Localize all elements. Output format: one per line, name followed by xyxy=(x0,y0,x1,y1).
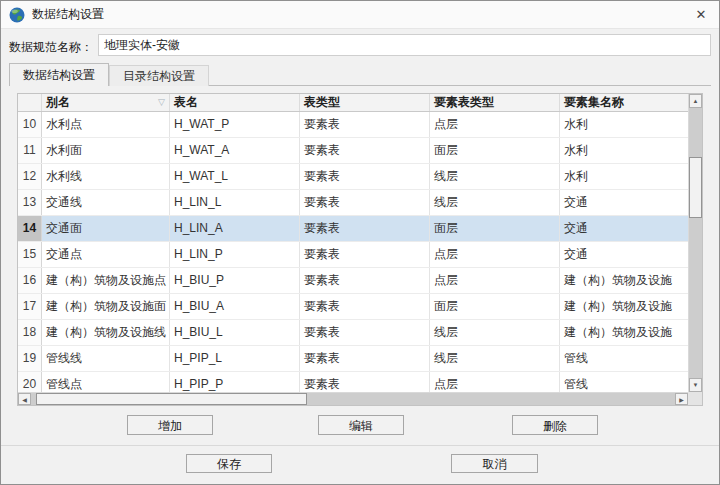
alias-cell[interactable]: 交通线 xyxy=(42,190,170,215)
horizontal-scroll-thumb[interactable] xyxy=(36,393,307,405)
dataset-cell[interactable]: 交通 xyxy=(560,242,688,267)
table-row[interactable]: 11 水利面 H_WAT_A 要素表 面层 水利 xyxy=(18,138,688,164)
table-type-cell[interactable]: 要素表 xyxy=(300,138,430,163)
dataset-cell[interactable]: 水利 xyxy=(560,138,688,163)
table-type-cell[interactable]: 要素表 xyxy=(300,190,430,215)
close-icon[interactable]: ✕ xyxy=(689,5,713,25)
dataset-cell[interactable]: 交通 xyxy=(560,190,688,215)
table-name-cell[interactable]: H_BIU_P xyxy=(170,268,300,293)
table-name-cell[interactable]: H_PIP_L xyxy=(170,346,300,371)
feature-type-cell[interactable]: 线层 xyxy=(430,320,560,345)
table-type-cell[interactable]: 要素表 xyxy=(300,112,430,137)
delete-button[interactable]: 删除 xyxy=(512,415,598,435)
table-row[interactable]: 10 水利点 H_WAT_P 要素表 点层 水利 xyxy=(18,112,688,138)
data-structure-settings-dialog: 数据结构设置 ✕ 数据规范名称： 数据结构设置 目录结构设置 别名 ▽ 表名 表… xyxy=(0,0,720,485)
table-name-cell[interactable]: H_WAT_A xyxy=(170,138,300,163)
alias-cell[interactable]: 水利点 xyxy=(42,112,170,137)
alias-cell[interactable]: 水利线 xyxy=(42,164,170,189)
table-type-cell[interactable]: 要素表 xyxy=(300,294,430,319)
feature-type-cell[interactable]: 点层 xyxy=(430,372,560,392)
table-name-cell[interactable]: H_LIN_L xyxy=(170,190,300,215)
tab-data-structure[interactable]: 数据结构设置 xyxy=(9,63,109,86)
row-number-cell[interactable]: 20 xyxy=(18,372,42,392)
dataset-cell[interactable]: 管线 xyxy=(560,372,688,392)
tab-directory-structure[interactable]: 目录结构设置 xyxy=(109,65,209,86)
alias-cell[interactable]: 管线点 xyxy=(42,372,170,392)
alias-cell[interactable]: 建（构）筑物及设施线 xyxy=(42,320,170,345)
horizontal-scrollbar[interactable]: ◀ ▶ xyxy=(18,392,688,405)
row-number-cell[interactable]: 18 xyxy=(18,320,42,345)
feature-type-cell[interactable]: 面层 xyxy=(430,216,560,241)
vertical-scrollbar[interactable]: ▲ ▼ xyxy=(688,94,702,392)
scroll-left-icon[interactable]: ◀ xyxy=(18,393,31,405)
table-name-cell[interactable]: H_LIN_A xyxy=(170,216,300,241)
table-name-cell[interactable]: H_BIU_A xyxy=(170,294,300,319)
table-name-cell[interactable]: H_LIN_P xyxy=(170,242,300,267)
alias-cell[interactable]: 建（构）筑物及设施面 xyxy=(42,294,170,319)
feature-type-cell[interactable]: 线层 xyxy=(430,164,560,189)
feature-type-cell[interactable]: 线层 xyxy=(430,346,560,371)
table-row[interactable]: 20 管线点 H_PIP_P 要素表 点层 管线 xyxy=(18,372,688,392)
alias-cell[interactable]: 管线线 xyxy=(42,346,170,371)
table-type-cell[interactable]: 要素表 xyxy=(300,242,430,267)
feature-type-cell[interactable]: 面层 xyxy=(430,138,560,163)
row-number-cell[interactable]: 10 xyxy=(18,112,42,137)
spec-name-input[interactable] xyxy=(98,34,711,56)
column-header-alias[interactable]: 别名 ▽ xyxy=(42,94,170,111)
dataset-cell[interactable]: 管线 xyxy=(560,346,688,371)
feature-type-cell[interactable]: 面层 xyxy=(430,294,560,319)
scroll-up-icon[interactable]: ▲ xyxy=(689,94,702,108)
table-row[interactable]: 19 管线线 H_PIP_L 要素表 线层 管线 xyxy=(18,346,688,372)
table-type-cell[interactable]: 要素表 xyxy=(300,164,430,189)
feature-type-cell[interactable]: 点层 xyxy=(430,268,560,293)
cancel-button[interactable]: 取消 xyxy=(451,454,538,473)
column-header-table-name[interactable]: 表名 xyxy=(170,94,300,111)
column-header-table-type[interactable]: 表类型 xyxy=(300,94,430,111)
table-type-cell[interactable]: 要素表 xyxy=(300,346,430,371)
feature-type-cell[interactable]: 点层 xyxy=(430,242,560,267)
row-number-cell[interactable]: 15 xyxy=(18,242,42,267)
scroll-down-icon[interactable]: ▼ xyxy=(689,378,702,392)
column-header-dataset-name[interactable]: 要素集名称 xyxy=(560,94,688,111)
table-type-cell[interactable]: 要素表 xyxy=(300,372,430,392)
row-number-cell[interactable]: 14 xyxy=(18,216,42,241)
alias-cell[interactable]: 交通面 xyxy=(42,216,170,241)
row-number-cell[interactable]: 13 xyxy=(18,190,42,215)
row-number-cell[interactable]: 12 xyxy=(18,164,42,189)
row-number-cell[interactable]: 11 xyxy=(18,138,42,163)
column-header-feature-table-type[interactable]: 要素表类型 xyxy=(430,94,560,111)
row-number-cell[interactable]: 17 xyxy=(18,294,42,319)
dataset-cell[interactable]: 水利 xyxy=(560,164,688,189)
table-type-cell[interactable]: 要素表 xyxy=(300,268,430,293)
table-row[interactable]: 12 水利线 H_WAT_L 要素表 线层 水利 xyxy=(18,164,688,190)
table-row[interactable]: 15 交通点 H_LIN_P 要素表 点层 交通 xyxy=(18,242,688,268)
table-row[interactable]: 13 交通线 H_LIN_L 要素表 线层 交通 xyxy=(18,190,688,216)
table-row[interactable]: 17 建（构）筑物及设施面 H_BIU_A 要素表 面层 建（构）筑物及设施 xyxy=(18,294,688,320)
table-name-cell[interactable]: H_PIP_P xyxy=(170,372,300,392)
row-number-cell[interactable]: 16 xyxy=(18,268,42,293)
add-button[interactable]: 增加 xyxy=(127,415,213,435)
scroll-right-icon[interactable]: ▶ xyxy=(675,393,688,405)
table-row[interactable]: 16 建（构）筑物及设施点 H_BIU_P 要素表 点层 建（构）筑物及设施 xyxy=(18,268,688,294)
alias-cell[interactable]: 建（构）筑物及设施点 xyxy=(42,268,170,293)
table-row[interactable]: 14 交通面 H_LIN_A 要素表 面层 交通 xyxy=(18,216,688,242)
table-row[interactable]: 18 建（构）筑物及设施线 H_BIU_L 要素表 线层 建（构）筑物及设施 xyxy=(18,320,688,346)
table-name-cell[interactable]: H_WAT_P xyxy=(170,112,300,137)
vertical-scroll-thumb[interactable] xyxy=(689,157,702,218)
table-type-cell[interactable]: 要素表 xyxy=(300,216,430,241)
save-button[interactable]: 保存 xyxy=(186,454,272,473)
alias-cell[interactable]: 水利面 xyxy=(42,138,170,163)
feature-type-cell[interactable]: 线层 xyxy=(430,190,560,215)
table-name-cell[interactable]: H_WAT_L xyxy=(170,164,300,189)
dataset-cell[interactable]: 交通 xyxy=(560,216,688,241)
table-type-cell[interactable]: 要素表 xyxy=(300,320,430,345)
feature-type-cell[interactable]: 点层 xyxy=(430,112,560,137)
dataset-cell[interactable]: 建（构）筑物及设施 xyxy=(560,320,688,345)
dataset-cell[interactable]: 水利 xyxy=(560,112,688,137)
row-number-cell[interactable]: 19 xyxy=(18,346,42,371)
dataset-cell[interactable]: 建（构）筑物及设施 xyxy=(560,268,688,293)
table-name-cell[interactable]: H_BIU_L xyxy=(170,320,300,345)
edit-button[interactable]: 编辑 xyxy=(318,415,404,435)
alias-cell[interactable]: 交通点 xyxy=(42,242,170,267)
dataset-cell[interactable]: 建（构）筑物及设施 xyxy=(560,294,688,319)
